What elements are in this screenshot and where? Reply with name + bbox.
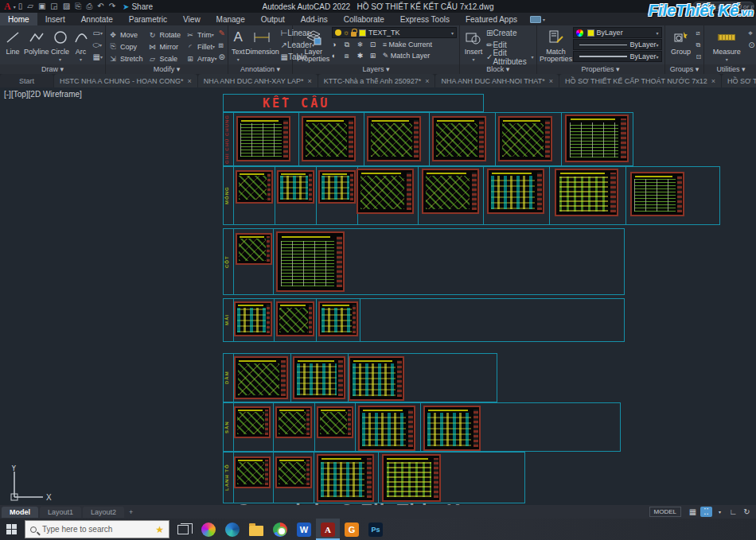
layer-freeze2-icon[interactable]: ❄: [357, 41, 368, 49]
match-layer-button[interactable]: ✎ Match Layer: [383, 52, 457, 60]
modify-tool-copy[interactable]: ⎘Copy: [108, 41, 143, 52]
explode-icon[interactable]: ⧈: [219, 39, 225, 51]
layer-lock2-icon[interactable]: ⊡: [370, 41, 381, 49]
close-tab-icon[interactable]: ×: [188, 77, 192, 85]
share-button[interactable]: ➤Share: [123, 2, 153, 11]
save-icon[interactable]: ▣: [38, 2, 45, 10]
layer-dropdown[interactable]: ☼ TEXT_TK ▾: [332, 27, 457, 38]
layout2-tab[interactable]: Layout2: [83, 507, 124, 518]
object-color-dropdown[interactable]: ByLayer ▾: [573, 27, 662, 38]
block-panel-label[interactable]: Block ▾: [460, 64, 536, 74]
browser-icon[interactable]: [268, 519, 292, 540]
layers-panel-label[interactable]: Layers ▾: [293, 64, 459, 74]
ribbon-tab-view[interactable]: View: [175, 13, 208, 25]
close-tab-icon[interactable]: ×: [549, 77, 553, 85]
layer-off-icon[interactable]: ◑: [332, 41, 343, 49]
edge-browser-icon[interactable]: [220, 519, 244, 540]
line-tool[interactable]: Line: [3, 28, 22, 56]
ribbon-tab-output[interactable]: Output: [253, 13, 293, 25]
rectangle-icon[interactable]: ▭ ▾: [93, 27, 103, 39]
snap-mode-icon[interactable]: ⁚⁚: [700, 507, 712, 517]
hatch-icon[interactable]: ▦ ▾: [93, 51, 103, 63]
taskbar-search-input[interactable]: Type here to search ★: [25, 520, 170, 538]
arc-tool[interactable]: Arc▾: [72, 28, 91, 64]
group-select-icon[interactable]: ⊡: [696, 51, 702, 63]
text-tool[interactable]: A Text▾: [232, 28, 245, 64]
id-point-icon[interactable]: ⊙: [748, 39, 754, 51]
ribbon-tab-featured-apps[interactable]: Featured Apps: [458, 13, 525, 25]
draw-panel-label[interactable]: Draw ▾: [0, 64, 105, 74]
utilities-panel-label[interactable]: Utilities ▾: [704, 64, 756, 74]
layer-isolate-icon[interactable]: ⧉: [345, 41, 356, 49]
ribbon-tab-manage[interactable]: Manage: [208, 13, 253, 25]
ribbon-tab-annotate[interactable]: Annotate: [73, 13, 121, 25]
circle-tool[interactable]: Circle▾: [51, 28, 70, 64]
modify-tool-array[interactable]: ⊞Array ▾: [185, 52, 217, 64]
document-tab-6[interactable]: HỒ SƠ THIẾT KẾ CẤP ĐIỆN 7x12×: [722, 74, 756, 87]
layer-unisolate-icon[interactable]: ◐: [332, 52, 343, 60]
make-current-button[interactable]: ≡ Make Current: [383, 41, 457, 49]
ribbon-tab-parametric[interactable]: Parametric: [121, 13, 175, 25]
match-properties-tool[interactable]: Match Properties: [540, 28, 572, 63]
grid-display-icon[interactable]: ▦: [687, 507, 699, 517]
modify-tool-move[interactable]: ✥Move: [108, 29, 143, 41]
gstarcad-icon[interactable]: G: [340, 519, 364, 540]
ribbon-tab-home[interactable]: Home: [0, 13, 37, 25]
save-as-icon[interactable]: ◲: [50, 2, 57, 10]
ellipse-icon[interactable]: ⬭ ▾: [93, 39, 103, 51]
drawing-canvas[interactable]: [-][Top][2D Wireframe] KẾT CẤU GHI CHÚ C…: [0, 87, 756, 505]
quick-select-icon[interactable]: ⌖: [748, 27, 754, 39]
redo-icon[interactable]: ↷: [109, 2, 115, 10]
copilot-app-icon[interactable]: [197, 519, 220, 540]
model-tab[interactable]: Model: [2, 507, 38, 518]
autocad-logo-icon[interactable]: A: [4, 1, 11, 13]
annotation-panel-label[interactable]: Annotation ▾: [228, 64, 292, 74]
layer-thaw-icon[interactable]: ✱: [357, 52, 368, 60]
dimension-tool[interactable]: Dimension: [246, 28, 278, 56]
undo-icon[interactable]: ↶: [97, 2, 103, 10]
group-tool[interactable]: Group: [668, 28, 694, 56]
document-tab-4[interactable]: NHA ANH DUC ANH-NOI THAT*×: [435, 74, 558, 87]
ribbon-tab-add-ins[interactable]: Add-ins: [293, 13, 336, 25]
edit-attributes-icon[interactable]: ✓ Edit Attributes ▾: [486, 51, 534, 63]
modify-tool-trim[interactable]: ✂Trim ▾: [185, 29, 217, 41]
close-tab-icon[interactable]: ×: [308, 77, 312, 85]
modify-panel-label[interactable]: Modify ▾: [106, 64, 228, 74]
erase-icon[interactable]: ✎: [219, 27, 225, 39]
document-tab-1[interactable]: HSTC NHA A CHUNG - HOAN CONG*×: [54, 74, 197, 87]
modify-tool-rotate[interactable]: ↻Rotate: [148, 29, 181, 41]
new-file-icon[interactable]: ▯: [18, 2, 23, 10]
ribbon-tab-insert[interactable]: Insert: [37, 13, 73, 25]
plot-icon[interactable]: ▨: [63, 2, 70, 10]
modify-tool-fillet[interactable]: ◜Fillet ▾: [185, 41, 217, 52]
start-button[interactable]: [6, 524, 18, 535]
linetype-dropdown[interactable]: ByLayer▾: [573, 39, 662, 50]
print-icon[interactable]: ⎙: [86, 2, 92, 10]
lineweight-dropdown[interactable]: ByLayer▾: [573, 51, 662, 62]
file-explorer-icon[interactable]: [244, 519, 268, 540]
polar-tracking-icon[interactable]: ↻: [741, 507, 753, 517]
viewport-controls[interactable]: [-][Top][2D Wireframe]: [4, 90, 82, 99]
snap-caret-icon[interactable]: ▾: [714, 507, 726, 517]
layer-walk-icon[interactable]: ⧈: [345, 52, 356, 60]
modify-tool-scale[interactable]: ▱Scale: [148, 52, 181, 64]
close-tab-icon[interactable]: ×: [425, 77, 429, 85]
document-tab-3[interactable]: KTTC-Nhà a Thế Anh 250927*×: [318, 74, 435, 87]
task-view-button[interactable]: [177, 525, 189, 534]
autocad-icon[interactable]: A: [316, 519, 340, 540]
properties-panel-label[interactable]: Properties ▾: [537, 64, 664, 74]
ribbon-tab-collaborate[interactable]: Collaborate: [336, 13, 392, 25]
measure-tool[interactable]: Measure▾: [707, 28, 746, 64]
model-space-button[interactable]: MODEL: [649, 507, 681, 517]
create-block-icon[interactable]: ⊞ Create: [486, 27, 534, 39]
groups-panel-label[interactable]: Groups ▾: [665, 64, 704, 74]
document-tab-2[interactable]: NHA ANH DUC ANH-XAY LAP*×: [198, 74, 318, 87]
polyline-tool[interactable]: Polyline: [24, 28, 49, 56]
document-tab-0[interactable]: Start: [0, 74, 53, 87]
group-edit-icon[interactable]: ⧉: [696, 39, 702, 51]
word-icon[interactable]: W: [292, 519, 316, 540]
layer-properties-tool[interactable]: Layer Properties: [296, 28, 331, 63]
ribbon-media-dropdown[interactable]: ▾: [528, 13, 545, 25]
offset-icon[interactable]: ⊜: [219, 51, 225, 63]
new-layout-button[interactable]: +: [129, 508, 133, 516]
